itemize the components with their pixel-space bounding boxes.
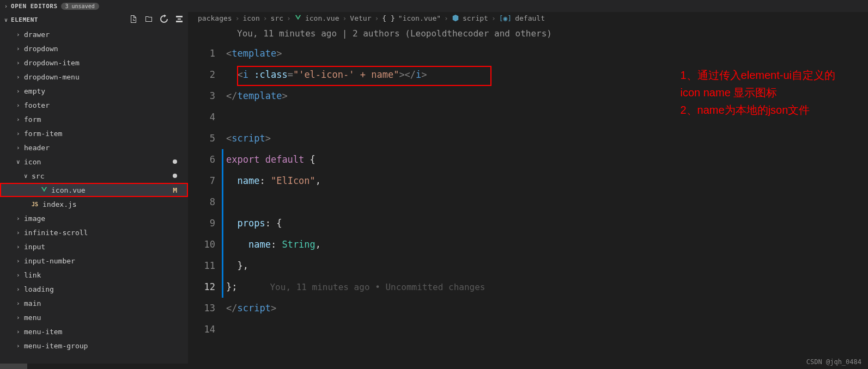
- tree-item-main[interactable]: ›main: [0, 296, 188, 310]
- chevron-icon: ∨: [24, 173, 32, 180]
- tree-item-menu-item-group[interactable]: ›menu-item-group: [0, 339, 188, 353]
- breadcrumb-item[interactable]: script: [463, 14, 488, 22]
- tree-item-menu-item[interactable]: ›menu-item: [0, 324, 188, 339]
- annotation-text: 1、通过传入element-ui自定义的 icon name 显示图标 2、na…: [680, 66, 835, 119]
- tree-item-label: menu-item: [24, 328, 62, 336]
- breadcrumb-item[interactable]: icon: [242, 14, 259, 22]
- line-number: 12: [188, 276, 215, 298]
- tree-item-label: input-number: [24, 257, 75, 265]
- line-number: 5: [188, 128, 215, 149]
- git-blame-header: You, 11 minutes ago | 2 authors (Leopold…: [188, 24, 868, 43]
- tree-item-src[interactable]: ∨src: [0, 169, 188, 183]
- tree-item-icon-vue[interactable]: icon.vueM: [0, 183, 188, 197]
- open-editors-label: OPEN EDITORS: [11, 3, 57, 10]
- tree-item-label: main: [24, 299, 41, 308]
- open-editors-section[interactable]: › OPEN EDITORS 3 unsaved: [0, 0, 99, 12]
- module-icon: [452, 14, 459, 22]
- chevron-icon: ›: [16, 229, 24, 236]
- tree-item-empty[interactable]: ›empty: [0, 84, 188, 98]
- line-gutter: 1234567891011121314: [188, 43, 226, 340]
- chevron-icon: ›: [16, 59, 24, 66]
- tree-item-label: empty: [24, 87, 45, 95]
- sidebar: ∨ ELEMENT ›drawer›dropdown›dropdown-item…: [0, 12, 188, 369]
- tree-item-form[interactable]: ›form: [0, 112, 188, 126]
- chevron-icon: ∨: [16, 158, 24, 165]
- tree-item-input-number[interactable]: ›input-number: [0, 254, 188, 268]
- tree-item-label: footer: [24, 101, 50, 109]
- chevron-icon: ›: [16, 88, 24, 95]
- unsaved-badge: 3 unsaved: [61, 3, 99, 10]
- line-number: 1: [188, 43, 215, 64]
- tree-item-label: src: [32, 172, 44, 180]
- tree-item-index-js[interactable]: JSindex.js: [0, 197, 188, 211]
- tree-item-label: form: [24, 115, 41, 124]
- tree-item-label: dropdown-item: [24, 59, 80, 67]
- tree-item-label: menu: [24, 313, 41, 322]
- new-folder-icon[interactable]: [144, 15, 153, 25]
- braces-icon: { }: [382, 14, 394, 22]
- breadcrumb-item[interactable]: packages: [198, 14, 232, 22]
- sidebar-header[interactable]: ∨ ELEMENT: [0, 12, 188, 27]
- js-icon: JS: [32, 201, 39, 207]
- tree-item-label: menu-item-group: [24, 342, 88, 350]
- line-number: 13: [188, 298, 215, 319]
- new-file-icon[interactable]: [129, 15, 138, 25]
- tree-item-label: image: [24, 214, 45, 223]
- annotation-line: 2、name为本地的json文件: [680, 101, 835, 119]
- refresh-icon[interactable]: [160, 15, 168, 25]
- chevron-icon: ›: [16, 45, 24, 52]
- modified-dot-icon: [173, 159, 177, 164]
- tree-item-form-item[interactable]: ›form-item: [0, 126, 188, 140]
- tree-item-dropdown-menu[interactable]: ›dropdown-menu: [0, 70, 188, 84]
- annotation-line: 1、通过传入element-ui自定义的: [680, 66, 835, 84]
- line-number: 9: [188, 213, 215, 234]
- tree-item-dropdown[interactable]: ›dropdown: [0, 41, 188, 56]
- chevron-right-icon: ›: [4, 3, 8, 9]
- chevron-icon: ›: [16, 342, 24, 349]
- tree-item-dropdown-item[interactable]: ›dropdown-item: [0, 56, 188, 70]
- tree-item-header[interactable]: ›header: [0, 140, 188, 155]
- line-number: 4: [188, 107, 215, 128]
- tree-item-label: header: [24, 144, 50, 152]
- scrollbar-horizontal[interactable]: [0, 364, 188, 369]
- tree-item-label: icon: [24, 158, 41, 166]
- tree-item-image[interactable]: ›image: [0, 211, 188, 225]
- line-number: 10: [188, 234, 215, 255]
- tree-item-label: loading: [24, 285, 54, 293]
- sidebar-title: ELEMENT: [11, 16, 129, 23]
- chevron-icon: ›: [16, 116, 24, 123]
- line-number: 3: [188, 85, 215, 107]
- chevron-icon: ›: [16, 328, 24, 335]
- tree-item-input[interactable]: ›input: [0, 239, 188, 254]
- watermark: CSDN @jqh_0484: [806, 358, 861, 366]
- tree-item-footer[interactable]: ›footer: [0, 98, 188, 112]
- chevron-icon: ›: [16, 300, 24, 307]
- breadcrumb-item[interactable]: icon.vue: [305, 14, 339, 22]
- tree-item-label: dropdown-menu: [24, 73, 80, 81]
- breadcrumb-item[interactable]: Vetur: [350, 14, 371, 22]
- tree-item-loading[interactable]: ›loading: [0, 282, 188, 296]
- breadcrumb-item[interactable]: "icon.vue": [398, 14, 441, 22]
- tree-item-icon[interactable]: ∨icon: [0, 155, 188, 169]
- chevron-icon: ›: [16, 102, 24, 109]
- tree-item-label: dropdown: [24, 45, 58, 53]
- line-number: 7: [188, 170, 215, 192]
- vue-icon: [40, 186, 48, 194]
- tree-item-link[interactable]: ›link: [0, 268, 188, 282]
- breadcrumbs[interactable]: packages› icon› src› icon.vue› Vetur› { …: [188, 12, 868, 24]
- line-number: 2: [188, 64, 215, 85]
- breadcrumb-item[interactable]: default: [515, 14, 545, 22]
- chevron-icon: ›: [16, 272, 24, 279]
- line-number: 8: [188, 192, 215, 213]
- collapse-icon[interactable]: [175, 15, 184, 25]
- chevron-down-icon: ∨: [4, 17, 8, 23]
- tree-item-drawer[interactable]: ›drawer: [0, 27, 188, 41]
- tree-item-menu[interactable]: ›menu: [0, 310, 188, 324]
- file-tree: ›drawer›dropdown›dropdown-item›dropdown-…: [0, 27, 188, 364]
- tree-item-label: drawer: [24, 30, 50, 39]
- line-number: 6: [188, 149, 215, 170]
- variable-icon: [◉]: [499, 14, 512, 22]
- tree-item-infinite-scroll[interactable]: ›infinite-scroll: [0, 225, 188, 239]
- vue-icon: [294, 14, 302, 22]
- breadcrumb-item[interactable]: src: [271, 14, 283, 22]
